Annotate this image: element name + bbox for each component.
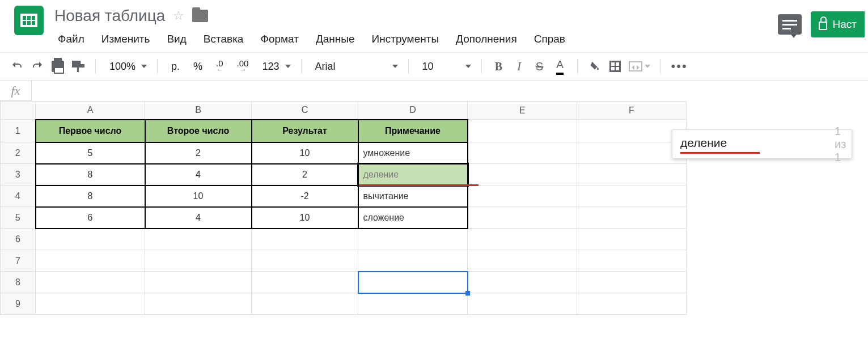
cell-f1[interactable] bbox=[577, 120, 687, 142]
cell-c1[interactable]: Результат bbox=[252, 120, 358, 142]
cell-f9[interactable] bbox=[577, 293, 687, 315]
cell-c9[interactable] bbox=[252, 293, 358, 315]
col-header-e[interactable]: E bbox=[468, 102, 577, 120]
percent-button[interactable]: % bbox=[188, 57, 208, 75]
menu-edit[interactable]: Изменить bbox=[98, 31, 154, 48]
cell-e3[interactable] bbox=[468, 164, 577, 185]
cell-d1[interactable]: Примечание bbox=[358, 120, 468, 142]
select-all-corner[interactable] bbox=[1, 102, 36, 120]
cell-a6[interactable] bbox=[36, 229, 145, 250]
col-header-f[interactable]: F bbox=[577, 102, 687, 120]
cell-b5[interactable]: 4 bbox=[145, 207, 252, 229]
cell-b6[interactable] bbox=[145, 229, 252, 250]
cell-d4[interactable]: вычитание bbox=[358, 185, 468, 207]
cell-d2[interactable]: умножение bbox=[358, 142, 468, 164]
comments-icon[interactable] bbox=[778, 14, 802, 35]
cell-e8[interactable] bbox=[468, 272, 577, 293]
cell-c4[interactable]: -2 bbox=[252, 185, 358, 207]
cell-a3[interactable]: 8 bbox=[36, 164, 145, 185]
font-dropdown[interactable]: Arial bbox=[310, 57, 400, 75]
merge-cells-button[interactable] bbox=[626, 57, 653, 75]
cell-d5[interactable]: сложение bbox=[358, 207, 468, 229]
row-header-9[interactable]: 9 bbox=[1, 293, 36, 315]
zoom-dropdown[interactable]: 100% bbox=[104, 57, 149, 75]
cell-b4[interactable]: 10 bbox=[145, 185, 252, 207]
italic-button[interactable]: I bbox=[510, 57, 528, 75]
col-header-b[interactable]: B bbox=[145, 102, 252, 120]
decrease-decimal-button[interactable]: .0← bbox=[210, 57, 229, 75]
currency-button[interactable]: р. bbox=[166, 57, 185, 75]
cell-e4[interactable] bbox=[468, 185, 577, 207]
cell-d3[interactable]: деление bbox=[358, 164, 468, 185]
menu-data[interactable]: Данные bbox=[312, 31, 358, 48]
fill-handle-icon[interactable] bbox=[465, 291, 470, 296]
cell-c6[interactable] bbox=[252, 229, 358, 250]
col-header-c[interactable]: C bbox=[252, 102, 358, 120]
folder-icon[interactable] bbox=[192, 10, 208, 22]
cell-b2[interactable]: 2 bbox=[145, 142, 252, 164]
sheet-grid[interactable]: A B C D E F 1 Первое число Второе число … bbox=[0, 101, 687, 315]
paint-format-button[interactable] bbox=[69, 57, 87, 75]
sheets-logo-icon[interactable] bbox=[14, 6, 44, 35]
row-header-5[interactable]: 5 bbox=[1, 207, 36, 229]
find-input[interactable] bbox=[680, 136, 829, 152]
cell-e9[interactable] bbox=[468, 293, 577, 315]
cell-a9[interactable] bbox=[36, 293, 145, 315]
more-button[interactable]: ••• bbox=[669, 57, 690, 75]
cell-d7[interactable] bbox=[358, 250, 468, 272]
menu-help[interactable]: Справ bbox=[531, 31, 569, 48]
menu-addons[interactable]: Дополнения bbox=[452, 31, 520, 48]
fill-color-button[interactable] bbox=[586, 57, 604, 75]
cell-f5[interactable] bbox=[577, 207, 687, 229]
col-header-d[interactable]: D bbox=[358, 102, 468, 120]
cell-b1[interactable]: Второе число bbox=[145, 120, 252, 142]
strikethrough-button[interactable]: S bbox=[531, 57, 549, 75]
borders-button[interactable] bbox=[606, 57, 624, 75]
print-button[interactable] bbox=[49, 57, 67, 75]
row-header-6[interactable]: 6 bbox=[1, 229, 36, 250]
cell-f3[interactable] bbox=[577, 164, 687, 185]
cell-c2[interactable]: 10 bbox=[252, 142, 358, 164]
menu-insert[interactable]: Вставка bbox=[200, 31, 247, 48]
cell-b9[interactable] bbox=[145, 293, 252, 315]
row-header-7[interactable]: 7 bbox=[1, 250, 36, 272]
cell-a8[interactable] bbox=[36, 272, 145, 293]
bold-button[interactable]: B bbox=[490, 57, 508, 75]
menu-tools[interactable]: Инструменты bbox=[369, 31, 442, 48]
cell-f2[interactable] bbox=[577, 142, 687, 164]
cell-e7[interactable] bbox=[468, 250, 577, 272]
cell-a5[interactable]: 6 bbox=[36, 207, 145, 229]
cell-f6[interactable] bbox=[577, 229, 687, 250]
cell-a2[interactable]: 5 bbox=[36, 142, 145, 164]
cell-b3[interactable]: 4 bbox=[145, 164, 252, 185]
cell-c7[interactable] bbox=[252, 250, 358, 272]
formula-input[interactable] bbox=[32, 81, 868, 101]
cell-e2[interactable] bbox=[468, 142, 577, 164]
share-button[interactable]: Наст bbox=[811, 11, 865, 37]
cell-d6[interactable] bbox=[358, 229, 468, 250]
row-header-4[interactable]: 4 bbox=[1, 185, 36, 207]
cell-c8[interactable] bbox=[252, 272, 358, 293]
redo-button[interactable] bbox=[28, 57, 46, 75]
menu-file[interactable]: Файл bbox=[54, 31, 88, 48]
cell-e5[interactable] bbox=[468, 207, 577, 229]
menu-format[interactable]: Формат bbox=[257, 31, 302, 48]
document-title[interactable]: Новая таблица bbox=[54, 7, 165, 25]
row-header-2[interactable]: 2 bbox=[1, 142, 36, 164]
cell-d9[interactable] bbox=[358, 293, 468, 315]
row-header-8[interactable]: 8 bbox=[1, 272, 36, 293]
row-header-3[interactable]: 3 bbox=[1, 164, 36, 185]
col-header-a[interactable]: A bbox=[36, 102, 145, 120]
star-icon[interactable]: ☆ bbox=[173, 9, 184, 23]
cell-f4[interactable] bbox=[577, 185, 687, 207]
cell-b7[interactable] bbox=[145, 250, 252, 272]
font-size-dropdown[interactable]: 10 bbox=[417, 57, 473, 75]
cell-f7[interactable] bbox=[577, 250, 687, 272]
menu-view[interactable]: Вид bbox=[163, 31, 189, 48]
text-color-button[interactable]: A bbox=[551, 57, 569, 75]
find-dialog[interactable]: 1 из 1 bbox=[672, 129, 852, 159]
cell-c3[interactable]: 2 bbox=[252, 164, 358, 185]
undo-button[interactable] bbox=[8, 57, 26, 75]
cell-d8-active[interactable] bbox=[358, 272, 468, 293]
cell-f8[interactable] bbox=[577, 272, 687, 293]
